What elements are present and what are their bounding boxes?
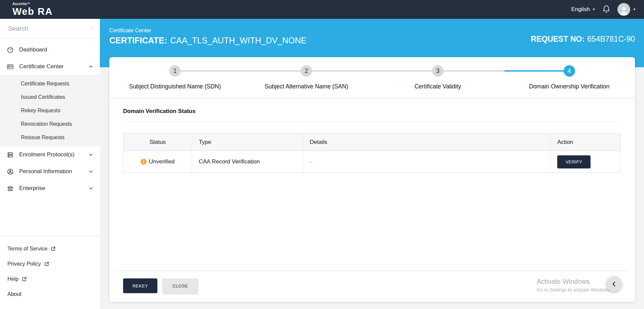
notifications-button[interactable] [602, 5, 611, 14]
footer-divider [116, 271, 628, 271]
sidebar-item-label: Enrolment Protocol(s) [19, 151, 88, 158]
chevron-down-icon [88, 186, 93, 191]
page-title-value: CAA_TLS_AUTH_WITH_DV_NONE [170, 36, 307, 45]
sidebar-item-revocation-requests[interactable]: Revocation Requests [0, 117, 100, 131]
sidebar-item-personal-information[interactable]: Personal Information [0, 163, 100, 180]
step-label: Subject Alternative Name (SAN) [265, 83, 348, 90]
person-circle-icon [7, 168, 16, 175]
details-cell: - [303, 151, 551, 172]
wizard-stepper: 1 Subject Distinguished Name (SDN) 2 Sub… [109, 57, 635, 98]
sidebar-item-label: Certificate Center [19, 63, 88, 70]
search-icon[interactable] [91, 25, 92, 32]
step-label: Certificate Validity [414, 83, 461, 90]
person-silhouette-icon [618, 4, 630, 16]
sidebar-item-label: Enterprise [19, 185, 88, 192]
domain-verification-table: Status Type Details Action [123, 133, 621, 173]
step-certificate-validity[interactable]: 3 Certificate Validity [372, 65, 504, 98]
sidebar-footer: Terms of Service Privacy Policy Help [0, 236, 100, 302]
external-link-icon [50, 246, 56, 252]
avatar [617, 3, 630, 16]
footer-buttons: REKEY CLOSE [123, 278, 198, 293]
caret-down-icon: ▼ [633, 8, 636, 11]
chevron-left-icon [611, 281, 617, 287]
main-area: Certificate Center CERTIFICATE: CAA_TLS_… [100, 19, 644, 309]
rekey-button[interactable]: REKEY [123, 278, 157, 293]
bell-icon [602, 5, 611, 14]
sidebar-item-rekey-requests[interactable]: Rekey Requests [0, 104, 100, 117]
step-sdn[interactable]: 1 Subject Distinguished Name (SDN) [109, 65, 241, 98]
privacy-policy-link[interactable]: Privacy Policy [0, 256, 100, 271]
bank-icon [7, 185, 16, 192]
chevron-down-icon [88, 152, 93, 157]
link-label: Help [7, 276, 18, 282]
wizard-card: 1 Subject Distinguished Name (SDN) 2 Sub… [109, 57, 635, 302]
status-cell: Unverified [123, 151, 192, 172]
section-divider [123, 122, 621, 122]
column-header-details: Details [303, 134, 551, 151]
sidebar-item-label: Dashboard [19, 46, 93, 53]
step-domain-ownership-verification[interactable]: 4 Domain Ownership Verification [503, 65, 635, 98]
chevron-down-icon [88, 169, 93, 174]
step-number: 1 [169, 65, 181, 77]
brand-logo[interactable]: Ascertia™ Web RA [12, 2, 53, 16]
collapse-panel-button[interactable] [606, 276, 622, 292]
sidebar: Dashboard Certificate Center Certificate… [0, 19, 100, 309]
dashboard-icon [7, 46, 16, 53]
chevron-up-icon [88, 64, 93, 69]
column-header-type: Type [192, 134, 303, 151]
certificate-icon [7, 63, 16, 70]
external-link-icon [22, 276, 27, 282]
column-header-status: Status [123, 134, 192, 151]
verify-button[interactable]: VERIFY [557, 155, 591, 168]
certificate-center-submenu: Certificate Requests Issued Certificates… [0, 75, 100, 146]
type-cell: CAA Record Verification [192, 151, 303, 172]
status-text: Unverified [149, 158, 175, 165]
step-label: Subject Distinguished Name (SDN) [129, 83, 221, 90]
caret-down-icon: ▼ [592, 8, 595, 11]
sidebar-item-enterprise[interactable]: Enterprise [0, 180, 100, 197]
sidebar-item-enrolment-protocols[interactable]: Enrolment Protocol(s) [0, 146, 100, 163]
request-number: REQUEST NO: 654B781C-90 [531, 35, 635, 44]
brand-ascertia: Ascertia™ [12, 2, 53, 6]
sidebar-item-dashboard[interactable]: Dashboard [0, 41, 100, 58]
warning-info-icon [141, 159, 147, 165]
sidebar-item-label: Personal Information [19, 168, 88, 175]
breadcrumb: Certificate Center [109, 28, 635, 34]
about-link[interactable]: About [0, 286, 100, 302]
close-button[interactable]: CLOSE [162, 278, 198, 293]
column-header-action: Action [551, 134, 620, 151]
step-number: 3 [432, 65, 444, 77]
search-input[interactable] [7, 25, 91, 33]
language-selector[interactable]: English ▼ [571, 6, 595, 13]
external-link-icon [44, 261, 49, 267]
sidebar-item-certificate-requests[interactable]: Certificate Requests [0, 77, 100, 90]
table-row: Unverified CAA Record Verification - VER… [123, 151, 620, 172]
topbar-right: English ▼ ▼ [571, 3, 636, 16]
help-link[interactable]: Help [0, 271, 100, 286]
step-label: Domain Ownership Verification [529, 83, 609, 90]
sidebar-search [0, 19, 100, 38]
step-number: 4 [564, 65, 575, 77]
link-label: Privacy Policy [7, 261, 41, 267]
request-number-value: 654B781C-90 [587, 35, 635, 44]
page-title-label: CERTIFICATE: [109, 36, 167, 45]
link-label: About [7, 291, 22, 297]
sidebar-item-issued-certificates[interactable]: Issued Certificates [0, 90, 100, 104]
sidebar-nav: Dashboard Certificate Center Certificate… [0, 38, 100, 197]
sidebar-item-certificate-center[interactable]: Certificate Center [0, 58, 100, 75]
step-san[interactable]: 2 Subject Alternative Name (SAN) [241, 65, 372, 98]
action-cell: VERIFY [551, 151, 620, 172]
section-heading: Domain Verification Status [123, 108, 621, 115]
top-navbar: Ascertia™ Web RA English ▼ [0, 0, 644, 19]
brand-webra: Web RA [12, 6, 53, 17]
sidebar-item-reissue-requests[interactable]: Reissue Requests [0, 131, 100, 144]
webra-app: Ascertia™ Web RA English ▼ [0, 0, 644, 309]
link-label: Terms of Service [7, 246, 47, 252]
printer-icon [7, 151, 16, 158]
user-menu[interactable]: ▼ [617, 3, 636, 16]
table-header-row: Status Type Details Action [123, 134, 620, 151]
step-number: 2 [301, 65, 312, 77]
request-number-label: REQUEST NO: [531, 35, 584, 44]
terms-of-service-link[interactable]: Terms of Service [0, 241, 100, 256]
language-label: English [571, 6, 590, 13]
